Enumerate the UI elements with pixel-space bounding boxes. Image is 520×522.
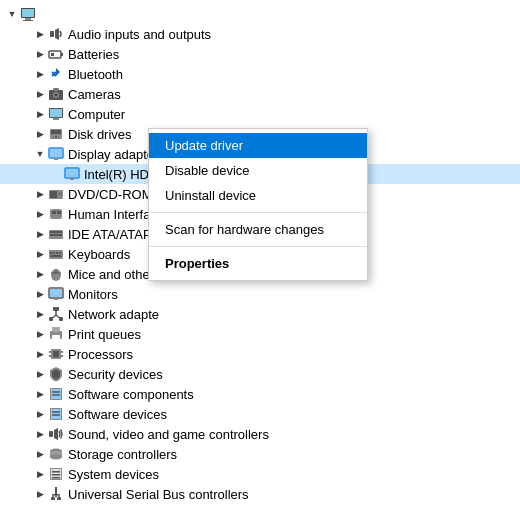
tree-item-audio[interactable]: Audio inputs and outputs [0, 24, 520, 44]
item-label-printqueues: Print queues [68, 327, 141, 342]
dvd-icon [48, 186, 64, 202]
item-label-system: System devices [68, 467, 159, 482]
svg-rect-25 [50, 191, 57, 198]
audio-icon [48, 26, 64, 42]
tree-item-monitors[interactable]: Monitors [0, 284, 520, 304]
svg-rect-75 [52, 474, 60, 476]
svg-rect-68 [49, 431, 53, 437]
tree-item-computer[interactable]: Computer [0, 104, 520, 124]
svg-point-26 [58, 192, 62, 196]
svg-rect-1 [22, 9, 34, 17]
chevron-network [32, 306, 48, 322]
item-label-sound: Sound, video and game controllers [68, 427, 269, 442]
hid-icon [48, 206, 64, 222]
chevron-cameras [32, 86, 48, 102]
svg-rect-33 [49, 250, 63, 259]
svg-rect-31 [50, 231, 62, 233]
svg-rect-11 [53, 88, 59, 91]
chevron-monitors [32, 286, 48, 302]
menu-separator-sep1 [149, 212, 367, 213]
processor-icon [48, 346, 64, 362]
print-icon [48, 326, 64, 342]
svg-rect-52 [52, 327, 60, 332]
item-label-keyboards: Keyboards [68, 247, 130, 262]
chevron-mice [32, 266, 48, 282]
tree-item-printqueues[interactable]: Print queues [0, 324, 520, 344]
computer-icon [20, 6, 36, 22]
display-item-icon [64, 166, 80, 182]
system-icon [48, 466, 64, 482]
chevron-displayadapters [32, 146, 48, 162]
tree-root[interactable] [0, 4, 520, 24]
svg-rect-36 [56, 252, 58, 254]
mouse-icon [48, 266, 64, 282]
item-label-cameras: Cameras [68, 87, 121, 102]
tree-item-security[interactable]: Security devices [0, 364, 520, 384]
svg-rect-29 [57, 211, 61, 214]
keyboard-icon [48, 246, 64, 262]
item-label-usb: Universal Serial Bus controllers [68, 487, 249, 502]
svg-point-17 [55, 136, 57, 138]
menu-item-uninstall-device[interactable]: Uninstall device [149, 183, 367, 208]
sound-icon [48, 426, 64, 442]
menu-item-update-driver[interactable]: Update driver [149, 133, 367, 158]
svg-rect-13 [50, 109, 62, 117]
svg-rect-35 [53, 252, 55, 254]
display-icon [48, 146, 64, 162]
tree-item-usb[interactable]: Universal Serial Bus controllers [0, 484, 520, 504]
chevron-computer [32, 106, 48, 122]
software-icon [48, 386, 64, 402]
svg-rect-19 [50, 149, 62, 157]
svg-rect-53 [52, 335, 60, 339]
item-label-audio: Audio inputs and outputs [68, 27, 211, 42]
svg-rect-3 [23, 20, 33, 21]
item-label-storage: Storage controllers [68, 447, 177, 462]
item-label-computer: Computer [68, 107, 125, 122]
tree-item-batteries[interactable]: Batteries [0, 44, 520, 64]
tree-item-sound[interactable]: Sound, video and game controllers [0, 424, 520, 444]
disk-icon [48, 126, 64, 142]
svg-marker-78 [53, 494, 59, 497]
svg-rect-61 [51, 389, 61, 399]
item-label-bluetooth: Bluetooth [68, 67, 123, 82]
svg-rect-20 [54, 158, 58, 160]
chevron-bluetooth [32, 66, 48, 82]
chevron-processors [32, 346, 48, 362]
svg-rect-2 [25, 18, 31, 20]
svg-rect-6 [61, 53, 63, 56]
computer-icon [48, 106, 64, 122]
context-menu: Update driverDisable deviceUninstall dev… [148, 128, 368, 281]
chevron-security [32, 366, 48, 382]
menu-item-properties[interactable]: Properties [149, 251, 367, 276]
software-icon [48, 406, 64, 422]
tree-item-softwarecomponents[interactable]: Software components [0, 384, 520, 404]
tree-item-network[interactable]: Network adapte [0, 304, 520, 324]
tree-item-system[interactable]: System devices [0, 464, 520, 484]
svg-rect-14 [53, 118, 59, 120]
chevron-root [4, 6, 20, 22]
svg-point-10 [55, 94, 58, 97]
tree-item-cameras[interactable]: Cameras [0, 84, 520, 104]
tree-item-bluetooth[interactable]: Bluetooth [0, 64, 520, 84]
security-icon [48, 366, 64, 382]
svg-rect-23 [70, 178, 74, 180]
menu-item-scan-hardware[interactable]: Scan for hardware changes [149, 217, 367, 242]
svg-rect-44 [54, 298, 58, 300]
svg-rect-22 [66, 169, 78, 177]
chevron-audio [32, 26, 48, 42]
tree-item-softwaredevices[interactable]: Software devices [0, 404, 520, 424]
svg-rect-45 [53, 307, 59, 311]
chevron-keyboards [32, 246, 48, 262]
svg-rect-37 [59, 252, 61, 254]
chevron-batteries [32, 46, 48, 62]
chevron-humaninterface [32, 206, 48, 222]
camera-icon [48, 86, 64, 102]
item-label-softwarecomponents: Software components [68, 387, 194, 402]
svg-point-71 [50, 455, 62, 460]
menu-item-disable-device[interactable]: Disable device [149, 158, 367, 183]
tree-item-processors[interactable]: Processors [0, 344, 520, 364]
tree-item-storage[interactable]: Storage controllers [0, 444, 520, 464]
svg-rect-34 [50, 252, 52, 254]
item-label-softwaredevices: Software devices [68, 407, 167, 422]
item-label-mice: Mice and other [68, 267, 154, 282]
